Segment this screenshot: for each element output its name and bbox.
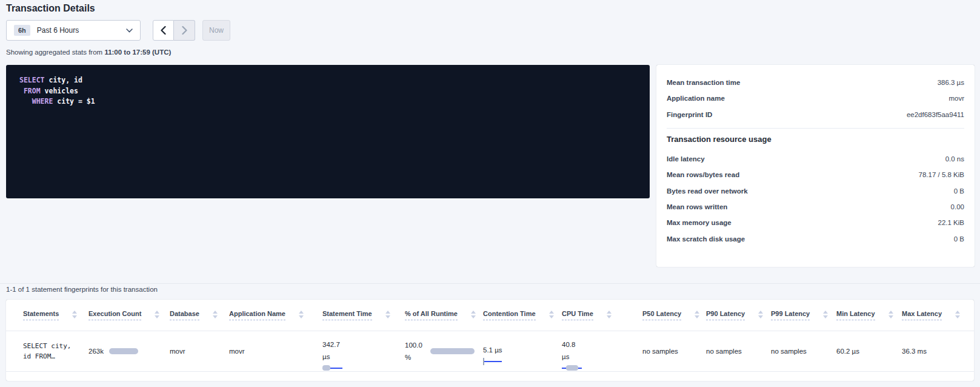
time-range-badge: 6h xyxy=(14,25,30,36)
pct-runtime-unit: % xyxy=(405,353,422,362)
summary-label: Max memory usage xyxy=(667,219,732,226)
summary-value: 0 B xyxy=(954,235,964,243)
summary-label: Bytes read over network xyxy=(667,187,748,195)
transaction-summary-card: Mean transaction time 386.3 µs Applicati… xyxy=(656,65,975,267)
column-header-pct-runtime: % of All Runtime xyxy=(405,310,483,320)
time-range-dropdown[interactable]: 6h Past 6 Hours xyxy=(6,20,141,41)
column-header-label[interactable]: % of All Runtime xyxy=(405,310,458,320)
column-header-label[interactable]: Min Latency xyxy=(836,310,875,320)
statement-time-value: 342.7 xyxy=(322,340,405,349)
column-header-p50-latency: P50 Latency xyxy=(642,310,706,320)
column-header-contention-time: Contention Time xyxy=(483,310,562,320)
section-divider xyxy=(0,283,980,284)
column-header-label[interactable]: Application Name xyxy=(229,310,285,320)
statement-line: id FROM… xyxy=(23,351,88,362)
statements-table-card: Statements Execution Count Database Appl… xyxy=(6,300,974,381)
card-divider xyxy=(667,128,964,129)
p50-latency-cell: no samples xyxy=(642,331,706,371)
column-header-label[interactable]: Contention Time xyxy=(483,310,536,320)
summary-value: 22.1 KiB xyxy=(938,219,964,226)
database-cell: movr xyxy=(170,331,229,371)
cpu-time-bar xyxy=(562,365,582,371)
sort-icon[interactable] xyxy=(955,311,960,318)
summary-label: Mean transaction time xyxy=(667,79,740,86)
cpu-time-value: 40.8 xyxy=(562,340,642,349)
column-header-label[interactable]: Database xyxy=(170,310,199,320)
column-header-label[interactable]: Statements xyxy=(23,310,59,320)
min-latency-cell: 60.2 µs xyxy=(836,331,902,371)
sort-icon[interactable] xyxy=(758,311,763,318)
column-header-label[interactable]: P99 Latency xyxy=(771,310,810,320)
sort-icon[interactable] xyxy=(823,311,828,318)
column-header-p99-latency: P99 Latency xyxy=(771,310,836,320)
sort-icon[interactable] xyxy=(471,311,476,318)
next-time-button[interactable] xyxy=(174,20,195,41)
summary-row-application-name: Application name movr xyxy=(667,90,964,106)
summary-label: Idle latency xyxy=(667,155,705,163)
summary-value: ee2df683f5aa9411 xyxy=(907,111,964,118)
column-header-statements: Statements xyxy=(23,310,88,320)
summary-row-mean-transaction-time: Mean transaction time 386.3 µs xyxy=(667,75,964,90)
resource-usage-title: Transaction resource usage xyxy=(667,135,964,144)
column-header-label[interactable]: Execution Count xyxy=(88,310,141,320)
column-header-p90-latency: P90 Latency xyxy=(706,310,771,320)
sql-statement-box: SELECT city, id FROM vehicles WHERE city… xyxy=(6,65,650,198)
summary-value: movr xyxy=(948,95,964,102)
sort-icon[interactable] xyxy=(299,311,304,318)
cpu-time-cell: 40.8 µs xyxy=(562,331,642,371)
statements-caption: 1-1 of 1 statement fingerprints for this… xyxy=(6,286,158,293)
chevron-down-icon xyxy=(126,29,133,33)
statement-time-unit: µs xyxy=(322,352,405,362)
statement-fingerprint-link[interactable]: SELECT city, id FROM… xyxy=(23,331,88,371)
table-row: SELECT city, id FROM… 263k movr movr 342… xyxy=(6,331,974,372)
column-header-cpu-time: CPU Time xyxy=(562,310,642,320)
column-header-label[interactable]: CPU Time xyxy=(562,310,593,320)
time-range-label: Past 6 Hours xyxy=(37,26,119,35)
sort-icon[interactable] xyxy=(607,311,612,318)
summary-row-max-scratch-disk-usage: Max scratch disk usage 0 B xyxy=(667,231,964,246)
aggregation-subtitle: Showing aggregated stats from 11:00 to 1… xyxy=(6,49,171,56)
column-header-execution-count: Execution Count xyxy=(88,310,170,320)
max-latency-cell: 36.3 ms xyxy=(902,331,975,371)
summary-row-mean-rows-bytes-read: Mean rows/bytes read 78.17 / 5.8 KiB xyxy=(667,167,964,183)
now-button[interactable]: Now xyxy=(202,20,230,41)
subtitle-prefix: Showing aggregated stats from xyxy=(6,49,104,56)
summary-row-idle-latency: Idle latency 0.0 ns xyxy=(667,151,964,167)
column-header-application-name: Application Name xyxy=(229,310,322,320)
pct-runtime-cell: 100.0 % xyxy=(405,331,483,371)
sort-icon[interactable] xyxy=(549,311,554,318)
sort-icon[interactable] xyxy=(155,311,159,318)
column-header-label[interactable]: Max Latency xyxy=(902,310,942,320)
summary-value: 386.3 µs xyxy=(938,79,964,86)
prev-time-button[interactable] xyxy=(153,20,174,41)
sql-keyword: FROM xyxy=(19,87,41,95)
sql-line: SELECT city, id xyxy=(19,75,636,86)
sort-icon[interactable] xyxy=(888,311,893,318)
sql-text: city = $1 xyxy=(53,97,95,106)
time-nav-group xyxy=(153,20,195,41)
sort-icon[interactable] xyxy=(385,311,390,318)
column-header-label[interactable]: Statement Time xyxy=(322,310,372,320)
statement-time-cell: 342.7 µs xyxy=(322,331,405,371)
column-header-label[interactable]: P50 Latency xyxy=(642,310,681,320)
sql-keyword: WHERE xyxy=(19,97,53,106)
sort-icon[interactable] xyxy=(213,311,218,318)
column-header-max-latency: Max Latency xyxy=(902,310,975,320)
sort-icon[interactable] xyxy=(72,311,77,318)
p99-latency-cell: no samples xyxy=(771,331,836,371)
execution-count-cell: 263k xyxy=(88,331,170,371)
sql-text: vehicles xyxy=(41,87,78,95)
summary-label: Application name xyxy=(667,95,725,102)
column-header-label[interactable]: P90 Latency xyxy=(706,310,745,320)
sql-keyword: SELECT xyxy=(19,76,45,84)
sql-line: WHERE city = $1 xyxy=(19,96,636,107)
summary-row-bytes-read-over-network: Bytes read over network 0 B xyxy=(667,183,964,198)
summary-label: Fingerprint ID xyxy=(667,111,712,118)
contention-time-bar xyxy=(483,358,502,365)
column-header-statement-time: Statement Time xyxy=(322,310,405,320)
summary-value: 0.00 xyxy=(951,203,964,210)
sort-icon[interactable] xyxy=(695,311,699,318)
summary-label: Max scratch disk usage xyxy=(667,235,745,243)
summary-label: Mean rows/bytes read xyxy=(667,171,739,178)
subtitle-range: 11:00 to 17:59 (UTC) xyxy=(104,49,171,56)
